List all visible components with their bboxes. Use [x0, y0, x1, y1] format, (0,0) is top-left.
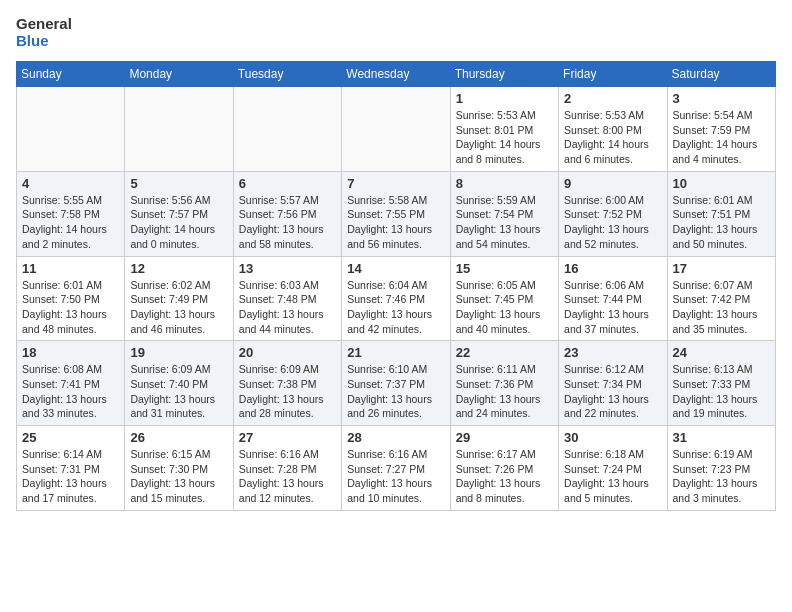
day-number: 23 — [564, 345, 661, 360]
weekday-header-saturday: Saturday — [667, 62, 775, 87]
calendar-empty — [17, 87, 125, 172]
calendar-day-23: 23Sunrise: 6:12 AM Sunset: 7:34 PM Dayli… — [559, 341, 667, 426]
calendar-day-24: 24Sunrise: 6:13 AM Sunset: 7:33 PM Dayli… — [667, 341, 775, 426]
day-info: Sunrise: 6:14 AM Sunset: 7:31 PM Dayligh… — [22, 447, 119, 506]
logo-blue: Blue — [16, 33, 72, 50]
calendar-day-28: 28Sunrise: 6:16 AM Sunset: 7:27 PM Dayli… — [342, 426, 450, 511]
day-info: Sunrise: 5:54 AM Sunset: 7:59 PM Dayligh… — [673, 108, 770, 167]
day-info: Sunrise: 6:18 AM Sunset: 7:24 PM Dayligh… — [564, 447, 661, 506]
day-number: 30 — [564, 430, 661, 445]
calendar-day-4: 4Sunrise: 5:55 AM Sunset: 7:58 PM Daylig… — [17, 171, 125, 256]
calendar-day-2: 2Sunrise: 5:53 AM Sunset: 8:00 PM Daylig… — [559, 87, 667, 172]
day-info: Sunrise: 5:58 AM Sunset: 7:55 PM Dayligh… — [347, 193, 444, 252]
calendar-day-20: 20Sunrise: 6:09 AM Sunset: 7:38 PM Dayli… — [233, 341, 341, 426]
day-number: 5 — [130, 176, 227, 191]
day-number: 22 — [456, 345, 553, 360]
day-info: Sunrise: 6:19 AM Sunset: 7:23 PM Dayligh… — [673, 447, 770, 506]
weekday-header-thursday: Thursday — [450, 62, 558, 87]
day-number: 15 — [456, 261, 553, 276]
calendar-day-1: 1Sunrise: 5:53 AM Sunset: 8:01 PM Daylig… — [450, 87, 558, 172]
calendar-week-1: 1Sunrise: 5:53 AM Sunset: 8:01 PM Daylig… — [17, 87, 776, 172]
day-number: 3 — [673, 91, 770, 106]
calendar-day-8: 8Sunrise: 5:59 AM Sunset: 7:54 PM Daylig… — [450, 171, 558, 256]
day-info: Sunrise: 5:53 AM Sunset: 8:00 PM Dayligh… — [564, 108, 661, 167]
calendar-week-2: 4Sunrise: 5:55 AM Sunset: 7:58 PM Daylig… — [17, 171, 776, 256]
day-info: Sunrise: 6:16 AM Sunset: 7:27 PM Dayligh… — [347, 447, 444, 506]
calendar-day-27: 27Sunrise: 6:16 AM Sunset: 7:28 PM Dayli… — [233, 426, 341, 511]
day-number: 10 — [673, 176, 770, 191]
weekday-header-friday: Friday — [559, 62, 667, 87]
calendar-day-22: 22Sunrise: 6:11 AM Sunset: 7:36 PM Dayli… — [450, 341, 558, 426]
day-number: 19 — [130, 345, 227, 360]
day-number: 9 — [564, 176, 661, 191]
day-info: Sunrise: 6:05 AM Sunset: 7:45 PM Dayligh… — [456, 278, 553, 337]
weekday-header-sunday: Sunday — [17, 62, 125, 87]
day-number: 16 — [564, 261, 661, 276]
day-number: 21 — [347, 345, 444, 360]
calendar-day-9: 9Sunrise: 6:00 AM Sunset: 7:52 PM Daylig… — [559, 171, 667, 256]
day-number: 12 — [130, 261, 227, 276]
calendar-empty — [342, 87, 450, 172]
day-number: 27 — [239, 430, 336, 445]
calendar-day-6: 6Sunrise: 5:57 AM Sunset: 7:56 PM Daylig… — [233, 171, 341, 256]
day-info: Sunrise: 6:09 AM Sunset: 7:40 PM Dayligh… — [130, 362, 227, 421]
calendar-empty — [233, 87, 341, 172]
calendar-week-4: 18Sunrise: 6:08 AM Sunset: 7:41 PM Dayli… — [17, 341, 776, 426]
day-number: 18 — [22, 345, 119, 360]
day-number: 4 — [22, 176, 119, 191]
logo: General Blue General Blue — [16, 16, 72, 49]
day-number: 6 — [239, 176, 336, 191]
calendar-day-14: 14Sunrise: 6:04 AM Sunset: 7:46 PM Dayli… — [342, 256, 450, 341]
calendar-day-12: 12Sunrise: 6:02 AM Sunset: 7:49 PM Dayli… — [125, 256, 233, 341]
weekday-header-wednesday: Wednesday — [342, 62, 450, 87]
calendar-day-11: 11Sunrise: 6:01 AM Sunset: 7:50 PM Dayli… — [17, 256, 125, 341]
day-number: 24 — [673, 345, 770, 360]
day-number: 8 — [456, 176, 553, 191]
day-info: Sunrise: 6:15 AM Sunset: 7:30 PM Dayligh… — [130, 447, 227, 506]
calendar-day-19: 19Sunrise: 6:09 AM Sunset: 7:40 PM Dayli… — [125, 341, 233, 426]
day-number: 1 — [456, 91, 553, 106]
day-info: Sunrise: 6:03 AM Sunset: 7:48 PM Dayligh… — [239, 278, 336, 337]
day-number: 20 — [239, 345, 336, 360]
day-info: Sunrise: 6:10 AM Sunset: 7:37 PM Dayligh… — [347, 362, 444, 421]
calendar-day-25: 25Sunrise: 6:14 AM Sunset: 7:31 PM Dayli… — [17, 426, 125, 511]
day-info: Sunrise: 5:53 AM Sunset: 8:01 PM Dayligh… — [456, 108, 553, 167]
calendar-day-3: 3Sunrise: 5:54 AM Sunset: 7:59 PM Daylig… — [667, 87, 775, 172]
day-info: Sunrise: 5:57 AM Sunset: 7:56 PM Dayligh… — [239, 193, 336, 252]
day-info: Sunrise: 6:01 AM Sunset: 7:50 PM Dayligh… — [22, 278, 119, 337]
calendar-day-7: 7Sunrise: 5:58 AM Sunset: 7:55 PM Daylig… — [342, 171, 450, 256]
calendar-day-16: 16Sunrise: 6:06 AM Sunset: 7:44 PM Dayli… — [559, 256, 667, 341]
calendar-day-15: 15Sunrise: 6:05 AM Sunset: 7:45 PM Dayli… — [450, 256, 558, 341]
day-info: Sunrise: 6:17 AM Sunset: 7:26 PM Dayligh… — [456, 447, 553, 506]
day-info: Sunrise: 6:06 AM Sunset: 7:44 PM Dayligh… — [564, 278, 661, 337]
logo-general: General — [16, 16, 72, 33]
weekday-header-tuesday: Tuesday — [233, 62, 341, 87]
day-number: 26 — [130, 430, 227, 445]
day-number: 29 — [456, 430, 553, 445]
calendar-day-5: 5Sunrise: 5:56 AM Sunset: 7:57 PM Daylig… — [125, 171, 233, 256]
day-number: 14 — [347, 261, 444, 276]
calendar-empty — [125, 87, 233, 172]
calendar-day-10: 10Sunrise: 6:01 AM Sunset: 7:51 PM Dayli… — [667, 171, 775, 256]
day-number: 31 — [673, 430, 770, 445]
weekday-header-row: SundayMondayTuesdayWednesdayThursdayFrid… — [17, 62, 776, 87]
calendar-day-18: 18Sunrise: 6:08 AM Sunset: 7:41 PM Dayli… — [17, 341, 125, 426]
day-info: Sunrise: 6:12 AM Sunset: 7:34 PM Dayligh… — [564, 362, 661, 421]
calendar-week-5: 25Sunrise: 6:14 AM Sunset: 7:31 PM Dayli… — [17, 426, 776, 511]
day-number: 2 — [564, 91, 661, 106]
calendar-day-26: 26Sunrise: 6:15 AM Sunset: 7:30 PM Dayli… — [125, 426, 233, 511]
day-info: Sunrise: 6:07 AM Sunset: 7:42 PM Dayligh… — [673, 278, 770, 337]
day-info: Sunrise: 6:09 AM Sunset: 7:38 PM Dayligh… — [239, 362, 336, 421]
day-number: 11 — [22, 261, 119, 276]
page-header: General Blue General Blue — [16, 16, 776, 49]
calendar-day-13: 13Sunrise: 6:03 AM Sunset: 7:48 PM Dayli… — [233, 256, 341, 341]
day-number: 7 — [347, 176, 444, 191]
weekday-header-monday: Monday — [125, 62, 233, 87]
day-info: Sunrise: 6:01 AM Sunset: 7:51 PM Dayligh… — [673, 193, 770, 252]
calendar-table: SundayMondayTuesdayWednesdayThursdayFrid… — [16, 61, 776, 511]
day-info: Sunrise: 6:11 AM Sunset: 7:36 PM Dayligh… — [456, 362, 553, 421]
day-number: 28 — [347, 430, 444, 445]
calendar-day-30: 30Sunrise: 6:18 AM Sunset: 7:24 PM Dayli… — [559, 426, 667, 511]
day-number: 17 — [673, 261, 770, 276]
day-info: Sunrise: 5:59 AM Sunset: 7:54 PM Dayligh… — [456, 193, 553, 252]
